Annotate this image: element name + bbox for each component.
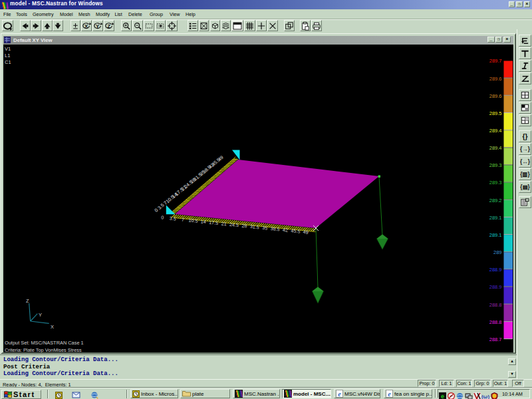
svg-text:Z: Z (107, 23, 110, 29)
svg-text:X: X (84, 23, 88, 29)
svg-text:289.6: 289.6 (489, 92, 502, 98)
svg-text:289.5: 289.5 (489, 110, 502, 116)
svg-text:C1: C1 (5, 59, 11, 65)
svg-text:288.7: 288.7 (489, 336, 502, 342)
svg-text:Criteria: Plate Top VonMises S: Criteria: Plate Top VonMises Stress (5, 347, 82, 352)
svg-text:Z: Z (26, 298, 29, 304)
svg-text:289.4: 289.4 (489, 145, 502, 151)
svg-text:Output Set: MSC/NASTRAN Case 1: Output Set: MSC/NASTRAN Case 1 (5, 340, 84, 346)
svg-text:0: 0 (161, 214, 164, 220)
svg-text:289.1: 289.1 (489, 214, 502, 220)
svg-text:21: 21 (221, 220, 227, 227)
svg-text:45.5: 45.5 (291, 227, 301, 234)
svg-text:Y: Y (96, 23, 100, 29)
svg-text:288.9: 288.9 (489, 284, 502, 290)
svg-text:e: e (338, 390, 341, 398)
svg-text:7: 7 (182, 216, 185, 222)
svg-text:289: 289 (493, 249, 502, 255)
svg-text:289.6: 289.6 (489, 75, 502, 81)
svg-text:(ω): (ω) (481, 394, 489, 399)
svg-text:X: X (51, 324, 54, 330)
svg-text:28: 28 (241, 222, 247, 229)
svg-text:{▥}: {▥} (520, 171, 530, 178)
svg-text:49: 49 (303, 229, 309, 235)
svg-text:{↔}: {↔} (520, 158, 530, 165)
svg-text:35: 35 (262, 224, 268, 231)
svg-text:{}: {} (523, 133, 528, 140)
svg-text:V1: V1 (5, 45, 11, 51)
svg-text:e: e (441, 393, 444, 399)
svg-text:289.4: 289.4 (489, 127, 502, 133)
svg-text:3.5: 3.5 (169, 215, 176, 221)
svg-text:L1: L1 (5, 52, 10, 58)
svg-text:288.9: 288.9 (489, 267, 502, 273)
svg-text:31.5: 31.5 (249, 223, 259, 229)
svg-text:10.5: 10.5 (188, 217, 198, 223)
svg-text:{▤}: {▤} (520, 184, 530, 190)
svg-text:289.1: 289.1 (489, 231, 502, 237)
svg-text:e: e (388, 390, 391, 398)
svg-text:42: 42 (283, 226, 289, 233)
svg-text:289.7: 289.7 (489, 58, 502, 64)
svg-text:{→}: {→} (520, 146, 530, 152)
svg-text:289.2: 289.2 (489, 197, 502, 203)
svg-text:Y: Y (39, 312, 42, 318)
svg-text:289.3: 289.3 (489, 162, 502, 168)
svg-text:288.8: 288.8 (489, 301, 502, 307)
svg-text:38.5: 38.5 (270, 225, 280, 232)
svg-text:24.5: 24.5 (229, 221, 239, 227)
svg-text:14: 14 (200, 218, 206, 225)
svg-text:17.5: 17.5 (209, 219, 219, 225)
svg-text:288.8: 288.8 (489, 319, 502, 325)
svg-text:289.3: 289.3 (489, 180, 502, 186)
